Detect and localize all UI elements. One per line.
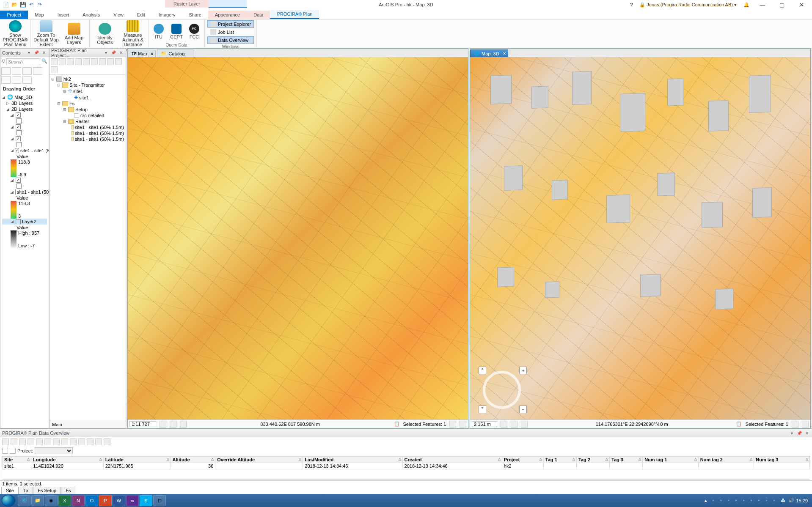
minimize-button[interactable]: — — [756, 0, 769, 9]
taskbar-word-icon[interactable]: W — [113, 495, 125, 506]
taskbar-excel-icon[interactable]: X — [58, 495, 71, 506]
pe-tool-2[interactable] — [59, 58, 66, 65]
tray-clock[interactable]: 15:29 — [796, 498, 808, 503]
contents-menu-icon[interactable]: ▾ — [26, 50, 32, 56]
status-tool-1[interactable] — [160, 421, 166, 428]
list-by-selection-icon[interactable] — [22, 67, 32, 75]
qat-open-icon[interactable]: 📂 — [11, 1, 18, 8]
data-overview-button[interactable]: Data Overview — [207, 36, 254, 44]
tray-icon-8[interactable]: ◦ — [758, 498, 764, 504]
tab-edit[interactable]: Edit — [130, 11, 152, 19]
project-explorer-bottom-tab[interactable]: Main — [50, 421, 126, 428]
layer-cb-4a[interactable] — [2, 183, 47, 189]
col-tag2[interactable]: Tag 2△ — [576, 457, 609, 463]
contents-search-input[interactable] — [6, 58, 40, 65]
project-explorer-button[interactable]: Project Explorer — [207, 20, 254, 28]
pause3d-icon[interactable] — [792, 421, 798, 428]
do-tool-8[interactable] — [61, 438, 68, 445]
do-tool-11[interactable] — [87, 438, 94, 445]
measure-azimuth-button[interactable]: Measure Azimuth & Distance — [120, 20, 146, 47]
qat-new-icon[interactable]: 📄 — [3, 1, 9, 8]
tray-icon-2[interactable]: ◦ — [712, 498, 718, 504]
fcc-button[interactable]: FC FCC — [187, 24, 202, 39]
compass-up-icon[interactable]: ˄ — [479, 367, 486, 374]
tray-icon-1[interactable]: ▴ — [705, 498, 710, 504]
tree-setup[interactable]: ⊟Setup — [63, 107, 124, 112]
map3d-scale[interactable]: 2 151 m — [472, 421, 497, 427]
tab-map-view[interactable]: 🗺Map✕ — [128, 50, 156, 57]
col-created[interactable]: Created△ — [402, 457, 502, 463]
taskbar-chrome-icon[interactable]: ◉ — [45, 495, 58, 506]
tree-crc[interactable]: crc detailed — [69, 112, 124, 118]
do-tool-1[interactable] — [2, 438, 9, 445]
do-tool-4[interactable] — [28, 438, 34, 445]
taskbar-explorer-icon[interactable]: 📁 — [31, 495, 44, 506]
zoom-in-icon[interactable]: ＋ — [519, 367, 527, 374]
do-tool-10[interactable] — [78, 438, 85, 445]
zoom-out-icon[interactable]: － — [519, 406, 527, 413]
map-3d-canvas[interactable]: ˄ ˅ ＋ － — [470, 57, 810, 419]
pe-tool-5[interactable] — [83, 58, 90, 65]
tray-icon-9[interactable]: ◦ — [765, 498, 771, 504]
taskbar-vs-icon[interactable]: ∞ — [126, 495, 139, 506]
do-tool-6[interactable] — [44, 438, 51, 445]
close-icon[interactable]: ✕ — [150, 52, 154, 56]
do-tab-fs[interactable]: Fs — [61, 487, 75, 494]
pe-pin-icon[interactable]: 📌 — [110, 50, 116, 56]
col-lastmod[interactable]: LastModified△ — [303, 457, 402, 463]
pe-tool-1[interactable] — [51, 58, 58, 65]
taskbar-onenote-icon[interactable]: N — [72, 495, 85, 506]
tab-imagery[interactable]: Imagery — [152, 11, 182, 19]
col-numtag3[interactable]: Num tag 3△ — [754, 457, 810, 463]
col-tag1[interactable]: Tag 1△ — [543, 457, 576, 463]
show-progira-menu-button[interactable]: Show PROGIRA® Plan Menu ▾ — [3, 20, 28, 52]
tab-map[interactable]: Map — [28, 11, 50, 19]
tree-site1-child[interactable]: ✚site1 — [69, 94, 124, 101]
identify-objects-button[interactable]: Identify Objects — [92, 23, 118, 45]
col-lon[interactable]: Longitude△ — [31, 457, 104, 463]
pe-close-icon[interactable]: ✕ — [118, 50, 124, 56]
do-tool-13[interactable] — [104, 438, 110, 445]
status3d-tool-3[interactable] — [521, 421, 528, 428]
do-menu-icon[interactable]: ▾ — [789, 430, 795, 436]
pe-tool-6[interactable] — [91, 58, 98, 65]
tree-raster[interactable]: ⊟Raster — [63, 118, 124, 124]
pe-menu-icon[interactable]: ▾ — [103, 50, 109, 56]
tab-catalog-view[interactable]: 📁Catalog — [157, 49, 193, 57]
col-alt[interactable]: Altitude△ — [171, 457, 215, 463]
layer-cb-4[interactable]: ◢✓ — [2, 177, 47, 183]
taskbar-outlook-icon[interactable]: O — [85, 495, 98, 506]
pe-tool-9[interactable] — [115, 58, 122, 65]
tree-raster-2[interactable]: site1 - site1 (50% 1.5m) — [69, 130, 124, 136]
pe-tool-4[interactable] — [75, 58, 82, 65]
pause-icon[interactable] — [449, 421, 456, 428]
col-site[interactable]: Site△ — [3, 457, 31, 463]
cept-button[interactable]: CEPT — [169, 24, 184, 39]
tray-icon-4[interactable]: ◦ — [727, 498, 733, 504]
list-by-source-icon[interactable] — [12, 67, 21, 75]
do-tool-5[interactable] — [36, 438, 43, 445]
do-close-icon[interactable]: ✕ — [804, 430, 810, 436]
col-numtag1[interactable]: Num tag 1△ — [643, 457, 699, 463]
refresh-icon[interactable] — [460, 421, 466, 428]
tree-root[interactable]: ⊟hk2 — [51, 76, 124, 82]
do-project-select[interactable] — [35, 447, 73, 454]
taskbar-ie-icon[interactable]: ⓔ — [18, 495, 30, 506]
do-pin-icon[interactable]: 📌 — [796, 430, 802, 436]
tray-network-icon[interactable]: 🖧 — [781, 498, 787, 504]
map-2d-canvas[interactable] — [128, 57, 468, 419]
pe-tool-8[interactable] — [107, 58, 114, 65]
list-by-edit-icon[interactable] — [33, 67, 42, 75]
layer-cb-1[interactable]: ◢✓ — [2, 112, 47, 118]
list-by-label-icon[interactable] — [12, 76, 21, 84]
taskbar-app-icon[interactable]: ◻ — [153, 495, 166, 506]
tab-progira[interactable]: PROGIRA® Plan — [270, 10, 319, 19]
qat-undo-icon[interactable]: ↶ — [28, 1, 35, 8]
map2d-scale[interactable]: 1:11 727 — [129, 421, 156, 427]
contents-pin-icon[interactable]: 📌 — [33, 50, 39, 56]
tree-site-transmitter[interactable]: ⊟Site - Transmitter — [57, 82, 124, 88]
col-override[interactable]: Override Altitude△ — [215, 457, 303, 463]
do-tab-fssetup[interactable]: Fs Setup — [33, 487, 61, 494]
pe-tool-3[interactable] — [67, 58, 74, 65]
taskbar-powerpoint-icon[interactable]: P — [99, 495, 112, 506]
